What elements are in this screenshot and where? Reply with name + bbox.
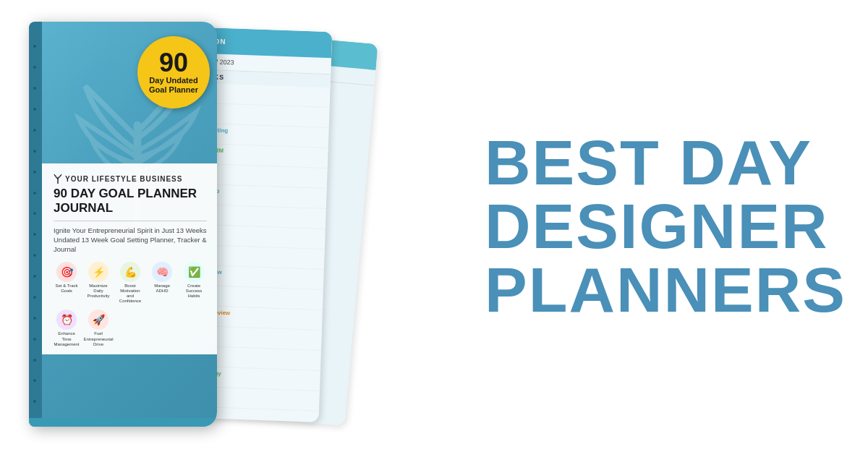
book-bottom-strip — [29, 418, 217, 427]
headline-line2: DESIGNER — [485, 195, 829, 258]
adhd-icon: 🧠 — [152, 262, 172, 282]
book-brand: YOUR LIFESTYLE BUSINESS — [54, 174, 207, 184]
feature-icon-time: ⏰ Enhance Time Management — [54, 310, 80, 347]
book-label: YOUR LIFESTYLE BUSINESS 90 DAY GOAL PLAN… — [42, 163, 217, 354]
feature-icon-productivity: ⚡ Maximize Daily Productivity — [85, 262, 111, 304]
goals-icon: 🎯 — [56, 262, 77, 282]
drive-icon: 🚀 — [88, 310, 109, 330]
feature-icon-drive: 🚀 Fuel Entrepreneurial Drive — [85, 310, 111, 347]
book-subtitle-2: Undated 13 Week Goal Setting Planner, Tr… — [54, 235, 207, 255]
headline-line1: BEST DAY — [485, 131, 812, 195]
badge-text: Day UndatedGoal Planner — [145, 76, 202, 95]
feature-icons-row: 🎯 Set & Track Goals ⚡ Maximize Daily Pro… — [54, 262, 207, 347]
day-badge: 90 Day UndatedGoal Planner — [137, 36, 210, 108]
headline-section: BEST DAY DESIGNER PLANNERS — [463, 0, 868, 452]
page-container: REFLECTION ...and make a note of what ..… — [0, 0, 868, 452]
time-icon: ⏰ — [56, 310, 77, 330]
book-title: 90 DAY GOAL PLANNER JOURNAL — [54, 187, 207, 216]
badge-number: 90 — [159, 50, 188, 76]
headline-line3: PLANNERS — [485, 258, 846, 322]
habits-icon: ✅ — [184, 262, 204, 282]
spine-dots — [33, 36, 38, 412]
motivation-icon: 💪 — [120, 262, 140, 282]
feature-icon-goals: 🎯 Set & Track Goals — [54, 262, 80, 304]
brand-palm-icon — [54, 174, 62, 184]
feature-icon-habits: ✅ Create Success Habits — [181, 262, 207, 304]
book-spine — [29, 22, 42, 427]
planner-section: REFLECTION ...and make a note of what ..… — [0, 0, 463, 452]
productivity-icon: ⚡ — [88, 262, 109, 282]
feature-icon-motivation: 💪 Boost Motivation and Confidence — [117, 262, 143, 304]
feature-icon-adhd: 🧠 Manage ADHD — [149, 262, 175, 304]
book-subtitle-1: Ignite Your Entrepreneurial Spirit in Ju… — [54, 226, 207, 235]
journal-book-cover: 90 Day UndatedGoal Planner YOUR LIFESTYL… — [29, 22, 217, 427]
